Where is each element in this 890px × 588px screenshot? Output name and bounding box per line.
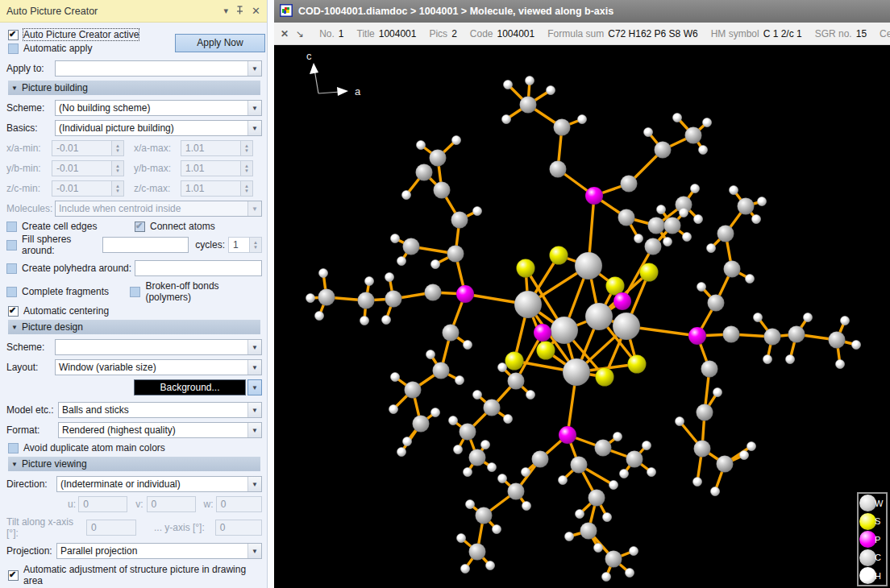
basics-combobox[interactable]: (Individual picture building) ▼ — [55, 120, 262, 136]
atom-H[interactable] — [526, 391, 535, 400]
atom-C[interactable] — [469, 449, 486, 466]
atom-C[interactable] — [648, 217, 665, 234]
atom-W[interactable] — [551, 317, 578, 344]
chevron-down-icon[interactable]: ▼ — [247, 544, 261, 558]
atom-S[interactable] — [596, 368, 614, 387]
atom-H[interactable] — [526, 77, 534, 85]
atom-H[interactable] — [389, 405, 398, 414]
spinner-icon[interactable]: ▲▼ — [111, 141, 123, 155]
atom-H[interactable] — [431, 408, 440, 417]
background-button[interactable]: Background... — [134, 379, 246, 395]
apply-to-combobox[interactable]: ▼ — [55, 60, 262, 77]
atom-C[interactable] — [738, 198, 755, 215]
atom-H[interactable] — [382, 316, 391, 325]
atom-C[interactable] — [405, 382, 422, 399]
atom-W[interactable] — [563, 358, 590, 386]
atom-C[interactable] — [520, 97, 537, 114]
cycles-field[interactable]: 1▲▼ — [228, 237, 262, 253]
atom-H[interactable] — [620, 470, 629, 478]
automatic-centering-checkbox[interactable] — [8, 306, 19, 317]
atom-H[interactable] — [713, 388, 722, 397]
atom-H[interactable] — [693, 478, 702, 487]
atom-S[interactable] — [550, 246, 568, 265]
atom-H[interactable] — [609, 481, 618, 490]
atom-H[interactable] — [547, 86, 555, 95]
create-cell-edges-checkbox[interactable] — [6, 222, 17, 232]
building-scheme-combobox[interactable]: (No building scheme) ▼ — [55, 100, 262, 116]
atom-H[interactable] — [306, 294, 315, 303]
chevron-down-icon[interactable]: ▼ — [247, 61, 261, 76]
create-polyhedra-checkbox[interactable] — [6, 263, 17, 274]
atom-H[interactable] — [565, 532, 574, 541]
atom-H[interactable] — [481, 441, 490, 449]
atom-H[interactable] — [841, 317, 850, 325]
v-field[interactable]: 0 — [147, 496, 196, 512]
atom-H[interactable] — [603, 513, 612, 522]
atom-H[interactable] — [694, 215, 703, 224]
atom-W[interactable] — [613, 313, 640, 340]
atom-H[interactable] — [697, 283, 706, 292]
atom-H[interactable] — [613, 433, 622, 441]
atom-C[interactable] — [595, 440, 612, 457]
atom-C[interactable] — [621, 176, 638, 193]
atom-C[interactable] — [645, 238, 662, 255]
atom-C[interactable] — [443, 325, 460, 342]
atom-C[interactable] — [508, 483, 525, 500]
atom-H[interactable] — [747, 442, 756, 451]
spinner-icon[interactable]: ▲▼ — [240, 181, 252, 196]
spinner-icon[interactable]: ▲▼ — [240, 141, 252, 155]
atom-C[interactable] — [588, 490, 605, 507]
atom-H[interactable] — [630, 547, 638, 556]
pin-icon[interactable] — [236, 6, 243, 16]
atom-W[interactable] — [514, 291, 542, 318]
atom-H[interactable] — [464, 341, 472, 350]
atom-H[interactable] — [461, 565, 470, 574]
atom-H[interactable] — [680, 209, 688, 217]
atom-H[interactable] — [691, 184, 700, 193]
atom-C[interactable] — [605, 551, 622, 568]
atom-P[interactable] — [559, 426, 576, 444]
arrow-down-right-icon[interactable]: ↘ — [296, 28, 304, 39]
atom-H[interactable] — [466, 500, 475, 509]
atom-P[interactable] — [585, 187, 603, 205]
atom-C[interactable] — [434, 182, 451, 199]
atom-S[interactable] — [537, 342, 555, 360]
atom-H[interactable] — [786, 355, 795, 364]
atom-H[interactable] — [673, 114, 682, 122]
background-dropdown-icon[interactable]: ▼ — [247, 379, 262, 395]
atom-S[interactable] — [517, 259, 535, 278]
atom-H[interactable] — [746, 275, 755, 284]
atom-H[interactable] — [634, 234, 643, 243]
atom-W[interactable] — [575, 252, 602, 280]
close-icon[interactable]: ✕ — [281, 28, 289, 39]
apply-now-button[interactable]: Apply Now — [175, 34, 265, 52]
u-field[interactable]: 0 — [78, 496, 127, 512]
direction-combobox[interactable]: (Indeterminate or individual) ▼ — [56, 476, 262, 492]
atom-S[interactable] — [640, 263, 659, 282]
atom-C[interactable] — [717, 456, 734, 473]
w-field[interactable]: 0 — [216, 496, 262, 512]
chevron-down-icon[interactable]: ▼ — [247, 423, 261, 437]
atom-H[interactable] — [391, 234, 400, 243]
chevron-down-icon[interactable]: ▼ — [247, 121, 261, 135]
fill-spheres-input[interactable] — [102, 237, 189, 253]
xa-max-field[interactable]: 1.01▲▼ — [181, 140, 253, 156]
atom-H[interactable] — [397, 448, 406, 457]
atom-H[interactable] — [643, 441, 651, 450]
atom-S[interactable] — [628, 355, 647, 374]
atom-H[interactable] — [663, 238, 672, 246]
atom-H[interactable] — [457, 534, 466, 543]
atom-C[interactable] — [694, 441, 711, 458]
atom-H[interactable] — [626, 569, 634, 578]
atom-P[interactable] — [534, 324, 551, 342]
atom-H[interactable] — [730, 186, 738, 195]
projection-combobox[interactable]: Parallel projection ▼ — [56, 543, 262, 559]
atom-H[interactable] — [385, 273, 394, 282]
auto-picture-creator-active-checkbox[interactable] — [8, 30, 19, 40]
atom-H[interactable] — [522, 502, 531, 511]
xa-min-field[interactable]: -0.01▲▼ — [52, 140, 124, 156]
tilt-x-field[interactable]: 0 — [86, 520, 136, 536]
atom-C[interactable] — [829, 332, 846, 349]
atom-H[interactable] — [594, 544, 603, 553]
chevron-down-icon[interactable]: ▼ — [247, 360, 261, 375]
